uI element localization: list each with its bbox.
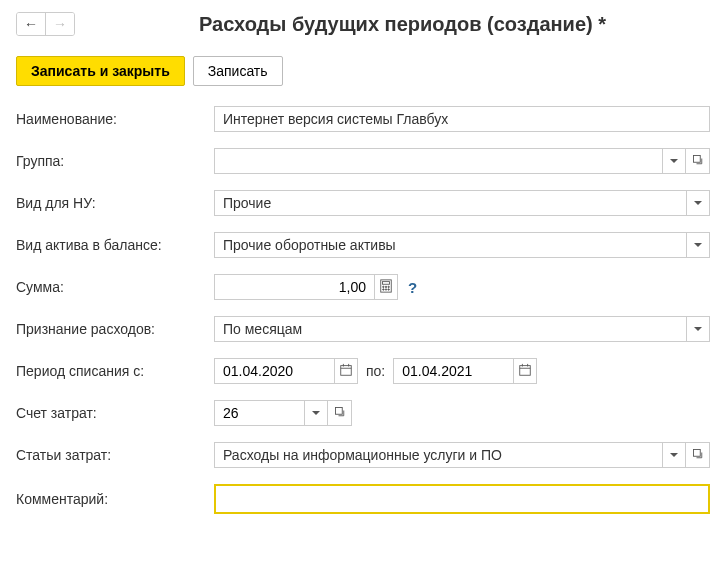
svg-rect-2: [383, 281, 390, 284]
svg-point-5: [388, 286, 389, 287]
open-dialog-icon: [692, 154, 704, 169]
name-input-wrap: [214, 106, 710, 132]
nav-arrows-group: ← →: [16, 12, 75, 36]
row-vid-aktiva: Вид актива в балансе: Прочие оборотные а…: [16, 232, 710, 258]
vid-aktiva-select-wrap: Прочие оборотные активы: [214, 232, 710, 258]
form: Наименование: Группа: Вид дл: [16, 106, 710, 514]
svg-rect-0: [693, 155, 700, 162]
svg-rect-17: [335, 407, 342, 414]
date-from-calendar-button[interactable]: [334, 358, 358, 384]
svg-point-8: [388, 288, 389, 289]
row-priznanie: Признание расходов: По месяцам: [16, 316, 710, 342]
label-summa: Сумма:: [16, 279, 206, 295]
vid-nu-select[interactable]: Прочие: [214, 190, 686, 216]
priznanie-dropdown-button[interactable]: [686, 316, 710, 342]
stati-open-button[interactable]: [686, 442, 710, 468]
label-name: Наименование:: [16, 111, 206, 127]
date-to-calendar-button[interactable]: [513, 358, 537, 384]
summa-calculator-button[interactable]: [374, 274, 398, 300]
label-group: Группа:: [16, 153, 206, 169]
label-schet: Счет затрат:: [16, 405, 206, 421]
nav-forward-button[interactable]: →: [46, 13, 74, 35]
priznanie-select-wrap: По месяцам: [214, 316, 710, 342]
svg-point-7: [385, 288, 386, 289]
calculator-icon: [379, 279, 393, 296]
priznanie-select[interactable]: По месяцам: [214, 316, 686, 342]
calendar-icon: [339, 363, 353, 380]
header-row: ← → Расходы будущих периодов (создание) …: [16, 12, 710, 36]
vid-nu-select-wrap: Прочие: [214, 190, 710, 216]
summa-help-link[interactable]: ?: [408, 279, 417, 296]
label-vid-nu: Вид для НУ:: [16, 195, 206, 211]
chevron-down-icon: [694, 201, 702, 205]
row-schet: Счет затрат:: [16, 400, 710, 426]
chevron-down-icon: [670, 159, 678, 163]
comment-input[interactable]: [214, 484, 710, 514]
summa-input[interactable]: [214, 274, 374, 300]
date-from-input[interactable]: [214, 358, 334, 384]
label-comment: Комментарий:: [16, 491, 206, 507]
toolbar: Записать и закрыть Записать: [16, 56, 710, 86]
row-summa: Сумма: ?: [16, 274, 710, 300]
svg-rect-18: [693, 449, 700, 456]
vid-aktiva-dropdown-button[interactable]: [686, 232, 710, 258]
schet-dropdown-button[interactable]: [304, 400, 328, 426]
row-stati: Статьи затрат: Расходы на информационные…: [16, 442, 710, 468]
nav-back-button[interactable]: ←: [17, 13, 46, 35]
save-and-close-button[interactable]: Записать и закрыть: [16, 56, 185, 86]
svg-point-4: [385, 286, 386, 287]
label-stati: Статьи затрат:: [16, 447, 206, 463]
label-period: Период списания с:: [16, 363, 206, 379]
open-dialog-icon: [692, 448, 704, 463]
svg-point-3: [383, 286, 384, 287]
label-vid-aktiva: Вид актива в балансе:: [16, 237, 206, 253]
row-name: Наименование:: [16, 106, 710, 132]
arrow-right-icon: →: [53, 16, 67, 32]
vid-aktiva-select[interactable]: Прочие оборотные активы: [214, 232, 686, 258]
schet-open-button[interactable]: [328, 400, 352, 426]
svg-rect-9: [341, 365, 352, 375]
group-dropdown-button[interactable]: [662, 148, 686, 174]
schet-input[interactable]: [214, 400, 304, 426]
svg-point-6: [383, 288, 384, 289]
vid-nu-dropdown-button[interactable]: [686, 190, 710, 216]
page-title: Расходы будущих периодов (создание) *: [95, 13, 710, 36]
open-dialog-icon: [334, 406, 346, 421]
group-open-button[interactable]: [686, 148, 710, 174]
chevron-down-icon: [670, 453, 678, 457]
label-priznanie: Признание расходов:: [16, 321, 206, 337]
row-period: Период списания с: по:: [16, 358, 710, 384]
stati-select-wrap: Расходы на информационные услуги и ПО: [214, 442, 710, 468]
group-select[interactable]: [214, 148, 662, 174]
date-to-input[interactable]: [393, 358, 513, 384]
chevron-down-icon: [694, 243, 702, 247]
chevron-down-icon: [312, 411, 320, 415]
label-po: по:: [366, 363, 385, 379]
name-input[interactable]: [214, 106, 710, 132]
stati-dropdown-button[interactable]: [662, 442, 686, 468]
row-vid-nu: Вид для НУ: Прочие: [16, 190, 710, 216]
svg-rect-13: [520, 365, 531, 375]
row-group: Группа:: [16, 148, 710, 174]
chevron-down-icon: [694, 327, 702, 331]
row-comment: Комментарий:: [16, 484, 710, 514]
save-button[interactable]: Записать: [193, 56, 283, 86]
calendar-icon: [518, 363, 532, 380]
group-select-wrap: [214, 148, 710, 174]
stati-select[interactable]: Расходы на информационные услуги и ПО: [214, 442, 662, 468]
arrow-left-icon: ←: [24, 16, 38, 32]
